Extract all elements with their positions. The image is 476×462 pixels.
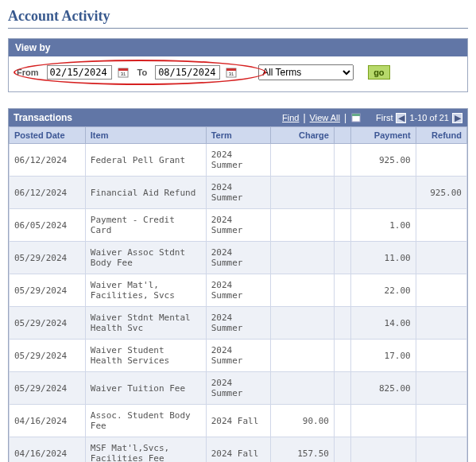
calendar-icon[interactable]: 31 — [117, 66, 130, 79]
table-cell: Waiver Stdnt Mental Health Svc — [85, 307, 206, 340]
view-all-link[interactable]: View All — [310, 113, 340, 122]
table-cell — [271, 144, 334, 177]
first-label[interactable]: First — [376, 113, 393, 122]
go-button[interactable]: go — [368, 65, 389, 80]
table-cell — [334, 307, 350, 340]
table-cell: Waiver Assoc Stdnt Body Fee — [85, 242, 206, 274]
table-cell: 05/29/2024 — [10, 372, 86, 405]
table-cell — [334, 177, 350, 209]
table-cell: 2024 Summer — [206, 307, 271, 340]
svg-rect-1 — [118, 68, 128, 71]
separator: | — [344, 112, 346, 123]
table-cell — [416, 209, 466, 242]
table-cell: 2024 Fall — [206, 405, 271, 437]
table-row: 06/12/2024Financial Aid Refund2024 Summe… — [10, 177, 467, 209]
table-row: 04/16/2024Assoc. Student Body Fee2024 Fa… — [10, 405, 467, 437]
transactions-actions: Find | View All | — [282, 112, 362, 123]
table-cell: 04/16/2024 — [10, 405, 86, 437]
view-by-body: From 31 To 31 All Terms go — [9, 56, 467, 91]
transactions-title: Transactions — [14, 112, 72, 123]
date-range-row: From 31 To 31 All Terms go — [14, 64, 462, 80]
table-cell — [416, 372, 466, 405]
table-cell: Waiver Mat'l, Facilities, Svcs — [85, 274, 206, 307]
table-cell: 14.00 — [350, 307, 416, 340]
table-cell — [416, 437, 466, 463]
download-icon[interactable] — [350, 112, 362, 123]
table-cell: Waiver Tuition Fee — [85, 372, 206, 405]
table-cell — [334, 340, 350, 372]
table-row: 06/05/2024Payment - Credit Card2024 Summ… — [10, 209, 467, 242]
calendar-icon[interactable]: 31 — [225, 66, 238, 79]
table-row: 05/29/2024Waiver Mat'l, Facilities, Svcs… — [10, 274, 467, 307]
table-row: 05/29/2024Waiver Stdnt Mental Health Svc… — [10, 307, 467, 340]
prev-arrow-icon[interactable]: ◀ — [396, 113, 406, 123]
table-cell — [416, 274, 466, 307]
table-cell: 05/29/2024 — [10, 340, 86, 372]
col-term: Term — [206, 127, 271, 144]
col-payment: Payment — [350, 127, 416, 144]
table-cell — [271, 274, 334, 307]
table-cell — [334, 209, 350, 242]
table-cell: 157.50 — [271, 437, 334, 463]
table-cell: 04/16/2024 — [10, 437, 86, 463]
table-cell: 05/29/2024 — [10, 307, 86, 340]
transactions-panel: Transactions Find | View All | First ◀ 1… — [8, 108, 468, 462]
table-cell: 90.00 — [271, 405, 334, 437]
svg-text:31: 31 — [229, 72, 234, 76]
col-gap — [334, 127, 350, 144]
title-underline — [8, 28, 468, 29]
table-cell — [416, 340, 466, 372]
svg-rect-7 — [352, 114, 360, 116]
page-title: Account Activity — [8, 8, 468, 25]
table-cell — [334, 437, 350, 463]
table-cell — [334, 372, 350, 405]
transactions-table: Posted Date Item Term Charge Payment Ref… — [9, 126, 467, 462]
table-cell: Payment - Credit Card — [85, 209, 206, 242]
table-cell: 2024 Summer — [206, 177, 271, 209]
table-cell: 925.00 — [350, 144, 416, 177]
table-cell: 2024 Summer — [206, 242, 271, 274]
table-cell — [334, 274, 350, 307]
table-cell — [271, 209, 334, 242]
table-row: 05/29/2024Waiver Student Health Services… — [10, 340, 467, 372]
svg-text:31: 31 — [120, 72, 126, 76]
to-date-input[interactable] — [155, 65, 220, 80]
table-cell — [334, 242, 350, 274]
table-cell: 2024 Summer — [206, 274, 271, 307]
table-cell: 17.00 — [350, 340, 416, 372]
transactions-header: Transactions Find | View All | First ◀ 1… — [9, 109, 467, 126]
table-cell: Assoc. Student Body Fee — [85, 405, 206, 437]
next-arrow-icon[interactable]: ▶ — [452, 113, 462, 123]
table-cell: 06/12/2024 — [10, 177, 86, 209]
separator: | — [303, 112, 305, 123]
table-cell — [271, 177, 334, 209]
table-cell: Federal Pell Grant — [85, 144, 206, 177]
table-cell: 925.00 — [416, 177, 466, 209]
table-cell — [350, 177, 416, 209]
table-cell — [416, 307, 466, 340]
table-cell: Financial Aid Refund — [85, 177, 206, 209]
table-cell: 1.00 — [350, 209, 416, 242]
table-cell: Waiver Student Health Services — [85, 340, 206, 372]
table-cell — [416, 405, 466, 437]
table-cell — [271, 372, 334, 405]
from-date-input[interactable] — [47, 65, 112, 80]
term-select[interactable]: All Terms — [258, 64, 354, 80]
table-cell: MSF Mat'l,Svcs, Facilities Fee — [85, 437, 206, 463]
table-cell: 2024 Summer — [206, 340, 271, 372]
svg-rect-4 — [226, 68, 236, 71]
table-cell: 05/29/2024 — [10, 242, 86, 274]
table-cell — [271, 340, 334, 372]
table-cell: 22.00 — [350, 274, 416, 307]
col-charge: Charge — [271, 127, 334, 144]
table-cell — [350, 405, 416, 437]
find-link[interactable]: Find — [282, 113, 299, 122]
table-cell — [416, 242, 466, 274]
from-label: From — [17, 68, 39, 77]
table-cell — [334, 405, 350, 437]
table-cell — [271, 307, 334, 340]
table-cell — [416, 144, 466, 177]
table-row: 04/16/2024MSF Mat'l,Svcs, Facilities Fee… — [10, 437, 467, 463]
table-row: 06/12/2024Federal Pell Grant2024 Summer9… — [10, 144, 467, 177]
table-cell: 825.00 — [350, 372, 416, 405]
